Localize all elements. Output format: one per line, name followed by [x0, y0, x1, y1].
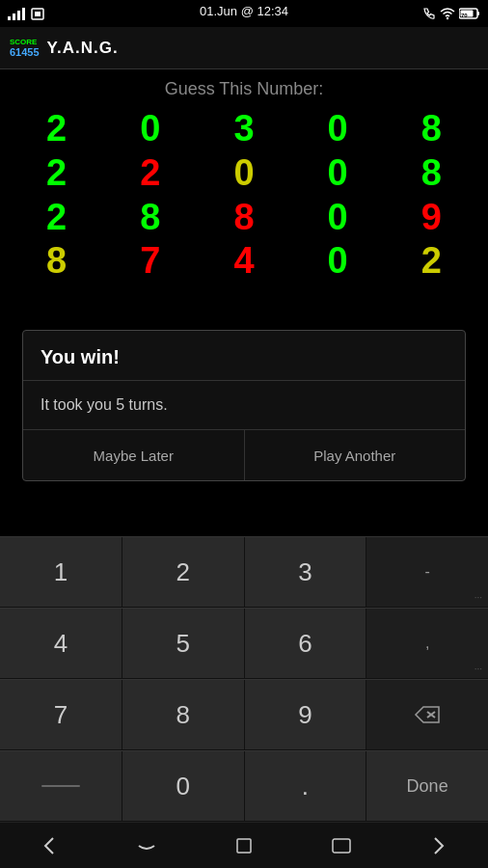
key-7[interactable]: 7	[0, 680, 122, 750]
nav-menu-icon	[135, 836, 158, 855]
svg-rect-13	[41, 785, 80, 787]
keyboard: 1 2 3 -··· 4 5 6 ,··· 7 8 9 0 . Done	[0, 536, 488, 822]
dialog-buttons: Maybe Later Play Another	[23, 430, 465, 480]
svg-rect-2	[17, 11, 20, 20]
svg-text:70: 70	[461, 13, 468, 18]
key-6[interactable]: 6	[245, 609, 367, 679]
nav-menu-button[interactable]	[123, 827, 170, 865]
nav-bar	[0, 822, 488, 868]
nav-back-button[interactable]	[26, 827, 72, 865]
status-right: 70	[422, 7, 480, 20]
score-value: 61455	[10, 46, 40, 58]
nav-recent-button[interactable]	[318, 827, 365, 865]
wifi-icon	[440, 7, 455, 20]
score-label: SCORE	[10, 38, 40, 46]
nav-recent-icon	[331, 837, 352, 854]
signal-icon	[8, 7, 25, 20]
key-1[interactable]: 1	[0, 537, 122, 608]
status-time: 01.Jun @ 12:34	[200, 4, 288, 18]
battery-icon: 70	[459, 7, 480, 20]
key-done[interactable]: Done	[366, 751, 488, 822]
status-bar: 01.Jun @ 12:34 70	[0, 0, 488, 27]
score-block: SCORE 61455	[10, 38, 40, 58]
key-row-3: 7 8 9	[0, 679, 488, 750]
phone-icon	[422, 7, 436, 20]
status-left	[8, 7, 44, 20]
key-backspace[interactable]	[366, 680, 488, 750]
play-another-button[interactable]: Play Another	[245, 430, 466, 480]
space-icon	[41, 779, 80, 793]
dialog-body: It took you 5 turns.	[23, 381, 465, 430]
dialog-title: You win!	[23, 331, 465, 381]
dialog-overlay: You win! It took you 5 turns. Maybe Late…	[0, 69, 488, 532]
key-period[interactable]: .	[245, 751, 367, 822]
backspace-icon	[414, 705, 441, 724]
key-4[interactable]: 4	[0, 609, 122, 679]
svg-rect-5	[35, 12, 41, 16]
title-bar: SCORE 61455 Y.A.N.G.	[0, 27, 488, 69]
nav-forward-icon	[433, 836, 445, 855]
nav-home-button[interactable]	[221, 827, 267, 865]
nav-forward-button[interactable]	[416, 827, 462, 865]
svg-rect-8	[477, 12, 479, 15]
nav-back-icon	[43, 836, 55, 855]
app-title: Y.A.N.G.	[47, 39, 119, 58]
key-row-1: 1 2 3 -···	[0, 536, 488, 608]
key-space[interactable]	[0, 751, 122, 822]
key-9[interactable]: 9	[245, 680, 367, 750]
key-0[interactable]: 0	[122, 751, 245, 822]
key-3[interactable]: 3	[245, 537, 367, 608]
svg-rect-14	[237, 839, 251, 853]
key-2[interactable]: 2	[122, 537, 245, 608]
svg-point-6	[447, 17, 448, 19]
svg-rect-0	[8, 16, 11, 20]
svg-rect-15	[333, 839, 350, 853]
svg-rect-3	[22, 8, 25, 20]
key-5[interactable]: 5	[122, 609, 245, 679]
maybe-later-button[interactable]: Maybe Later	[23, 430, 245, 480]
svg-rect-1	[13, 14, 15, 20]
key-row-2: 4 5 6 ,···	[0, 608, 488, 679]
key-8[interactable]: 8	[122, 680, 245, 750]
sim-icon	[31, 7, 44, 20]
key-comma[interactable]: ,···	[366, 609, 488, 679]
dialog: You win! It took you 5 turns. Maybe Late…	[22, 330, 466, 481]
nav-home-icon	[234, 836, 254, 855]
key-row-4: 0 . Done	[0, 750, 488, 822]
key-minus[interactable]: -···	[366, 537, 488, 608]
